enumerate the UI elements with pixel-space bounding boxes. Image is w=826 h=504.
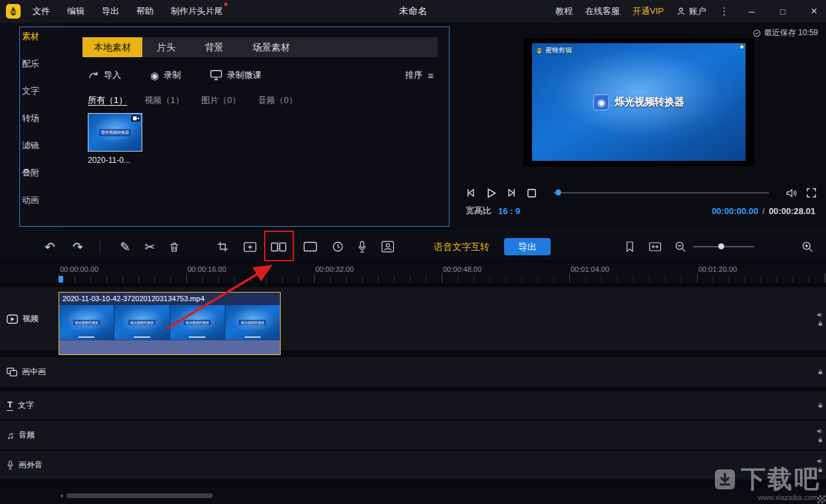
material-filters: 所有（1） 视频（1） 图片（0） 音频（0） bbox=[88, 94, 297, 106]
fit-timeline-button[interactable] bbox=[646, 237, 664, 256]
preview-video-frame[interactable]: 蜜蜂剪辑 ◉ 烁光视频转换器 bbox=[523, 38, 754, 166]
track-row-text[interactable]: T 文字 bbox=[0, 391, 826, 420]
voice-text-convert-button[interactable]: 语音文字互转 bbox=[434, 231, 489, 263]
timeline-zoom-slider[interactable] bbox=[693, 246, 754, 247]
support-link[interactable]: 在线客服 bbox=[585, 5, 620, 17]
track-row-voiceover[interactable]: 画外音 bbox=[0, 451, 826, 479]
tab-intro[interactable]: 片头 bbox=[142, 37, 190, 57]
track-row-pip[interactable]: 画中画 bbox=[0, 357, 826, 387]
mosaic-button[interactable] bbox=[301, 237, 319, 256]
redo-button[interactable]: ↷ bbox=[69, 237, 87, 256]
record-button[interactable]: ◉ 录制 bbox=[150, 69, 181, 81]
volume-icon[interactable] bbox=[785, 188, 797, 198]
account-button[interactable]: 账户 bbox=[676, 5, 706, 17]
undo-button[interactable]: ↶ bbox=[41, 237, 59, 256]
sidebar-item-material[interactable]: 素材 bbox=[0, 23, 61, 50]
account-label: 账户 bbox=[689, 5, 706, 17]
voice-avatar-button[interactable] bbox=[378, 237, 397, 256]
filter-audio[interactable]: 音频（0） bbox=[258, 94, 297, 106]
close-button[interactable]: × bbox=[805, 0, 823, 23]
clip-frame-thumbnail: 烁光视频转换器 bbox=[170, 305, 225, 340]
timeline-scrollbar[interactable]: ◂ bbox=[59, 493, 826, 499]
sidebar-item-overlay[interactable]: 叠附 bbox=[0, 159, 61, 186]
menu-export[interactable]: 导出 bbox=[102, 5, 119, 17]
media-item[interactable]: 烁光视频转换器 2020-11-0... bbox=[88, 113, 142, 165]
lock-icon[interactable] bbox=[817, 402, 823, 408]
aspect-ratio-value[interactable]: 16 : 9 bbox=[498, 206, 520, 216]
import-label: 导入 bbox=[104, 69, 121, 81]
edit-pencil-button[interactable]: ✎ bbox=[116, 237, 134, 256]
video-track-label: 视频 bbox=[0, 287, 59, 350]
menu-file[interactable]: 文件 bbox=[33, 5, 50, 17]
duration-clock-button[interactable] bbox=[329, 237, 347, 256]
tab-background[interactable]: 背景 bbox=[190, 37, 238, 57]
sort-label: 排序 bbox=[405, 69, 422, 81]
record-course-button[interactable]: 录制微课 bbox=[210, 69, 261, 81]
lock-icon[interactable] bbox=[817, 369, 823, 375]
pip-track-icon bbox=[7, 368, 17, 376]
sidebar-item-text[interactable]: 文字 bbox=[0, 77, 61, 104]
timeline-clip[interactable]: 2020-11-03-10-42-3720201203134753.mp4 烁光… bbox=[59, 292, 281, 355]
lock-icon[interactable] bbox=[817, 437, 823, 443]
mute-speaker-icon[interactable] bbox=[817, 312, 823, 318]
filter-video[interactable]: 视频（1） bbox=[144, 94, 184, 106]
filter-all[interactable]: 所有（1） bbox=[88, 94, 127, 106]
titlebar: 文件 编辑 导出 帮助 制作片头片尾 未命名 教程 在线客服 开通VIP 账户 … bbox=[0, 0, 826, 23]
clip-frame-thumbnail: 烁光视频转换器 bbox=[59, 305, 114, 340]
delete-trash-button[interactable] bbox=[165, 237, 184, 256]
track-row-audio[interactable]: ♫ 音频 bbox=[0, 421, 826, 449]
fullscreen-icon[interactable] bbox=[806, 188, 817, 198]
filter-image[interactable]: 图片（0） bbox=[201, 94, 240, 106]
play-button[interactable] bbox=[485, 187, 497, 199]
import-button[interactable]: 导入 bbox=[88, 69, 121, 81]
seek-slider[interactable] bbox=[553, 192, 769, 193]
sort-button[interactable]: 排序 ≡ bbox=[405, 69, 434, 81]
sidebar-item-transition[interactable]: 转场 bbox=[0, 104, 61, 132]
scroll-left-arrow-icon[interactable]: ◂ bbox=[60, 492, 63, 499]
maximize-button[interactable]: □ bbox=[773, 0, 792, 23]
stop-button[interactable] bbox=[527, 188, 537, 198]
sidebar-item-music[interactable]: 配乐 bbox=[0, 50, 61, 77]
playhead-marker[interactable] bbox=[59, 276, 63, 283]
tab-local-material[interactable]: 本地素材 bbox=[82, 37, 142, 57]
minimize-button[interactable]: ─ bbox=[742, 0, 761, 23]
zoom-out-button[interactable] bbox=[671, 237, 690, 256]
more-menu-button[interactable]: ⋮ bbox=[719, 5, 730, 17]
tab-scene-material[interactable]: 场景素材 bbox=[238, 37, 305, 57]
lock-icon[interactable] bbox=[817, 320, 823, 326]
timeline-ruler[interactable]: 00:00:00.00 00:00:16.00 00:00:32.00 00:0… bbox=[0, 262, 826, 283]
zoom-in-button[interactable] bbox=[798, 237, 817, 256]
track-row-video[interactable]: 视频 2020-11-03-10-42-3720201203134753.mp4… bbox=[0, 287, 826, 350]
microphone-button[interactable] bbox=[352, 237, 371, 256]
zoom-frame-button[interactable] bbox=[241, 237, 259, 256]
menu-make-intro-outro[interactable]: 制作片头片尾 bbox=[171, 5, 223, 17]
material-tabs: 本地素材 片头 背景 场景素材 bbox=[82, 37, 438, 57]
ruler-major-ticks bbox=[59, 273, 826, 283]
menu-edit[interactable]: 编辑 bbox=[67, 5, 84, 17]
previous-frame-button[interactable] bbox=[464, 187, 476, 199]
ruler-label: 00:00:32.00 bbox=[315, 265, 354, 273]
crop-button[interactable] bbox=[213, 237, 232, 256]
timeline-zoom-handle[interactable] bbox=[718, 243, 724, 249]
sidebar-item-animation[interactable]: 动画 bbox=[0, 186, 61, 213]
cut-scissors-button[interactable]: ✂ bbox=[140, 237, 159, 256]
clip-thumbnails: 烁光视频转换器 烁光视频转换器 烁光视频转换器 烁光视频转换器 bbox=[59, 305, 280, 340]
app-logo-icon[interactable] bbox=[6, 4, 21, 19]
media-thumbnail[interactable]: 烁光视频转换器 bbox=[88, 113, 142, 152]
seek-handle[interactable] bbox=[555, 189, 561, 195]
menu-help[interactable]: 帮助 bbox=[136, 5, 154, 17]
clip-audio-bar bbox=[59, 340, 280, 354]
marker-flag-button[interactable] bbox=[620, 237, 639, 256]
mute-speaker-icon[interactable] bbox=[817, 428, 823, 434]
ruler-label: 00:00:00.00 bbox=[60, 265, 98, 273]
scrollbar-thumb[interactable] bbox=[67, 493, 213, 498]
video-camera-badge-icon bbox=[131, 115, 140, 122]
export-button[interactable]: 导出 bbox=[504, 238, 551, 255]
vip-button[interactable]: 开通VIP bbox=[632, 5, 664, 17]
playback-controls bbox=[464, 184, 817, 202]
next-frame-button[interactable] bbox=[506, 187, 518, 199]
media-item-caption: 2020-11-0... bbox=[88, 156, 142, 165]
tutorial-link[interactable]: 教程 bbox=[555, 5, 573, 17]
sidebar-item-filter[interactable]: 滤镜 bbox=[0, 132, 61, 159]
split-button[interactable] bbox=[269, 237, 288, 256]
